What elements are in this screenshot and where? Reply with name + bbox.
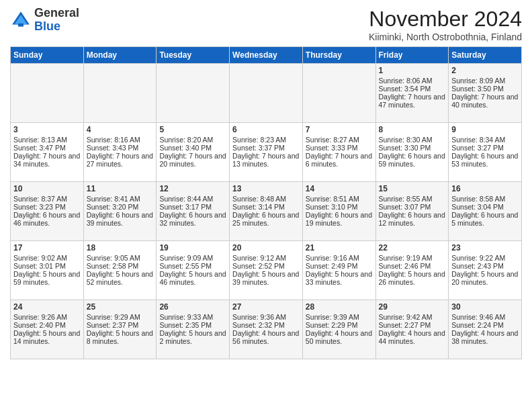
calendar-cell: 27Sunrise: 9:36 AMSunset: 2:32 PMDayligh… bbox=[230, 300, 303, 359]
sunset-text: Sunset: 3:33 PM bbox=[306, 144, 373, 152]
day-number: 24 bbox=[13, 302, 81, 312]
day-number: 4 bbox=[87, 125, 154, 134]
calendar-week-row: 1Sunrise: 8:06 AMSunset: 3:54 PMDaylight… bbox=[11, 64, 522, 123]
logo-blue: Blue bbox=[34, 19, 60, 33]
calendar-cell: 21Sunrise: 9:16 AMSunset: 2:49 PMDayligh… bbox=[302, 241, 375, 300]
sunrise-text: Sunrise: 8:55 AM bbox=[379, 195, 446, 203]
sunrise-text: Sunrise: 8:16 AM bbox=[87, 136, 154, 144]
daylight-text: Daylight: 7 hours and 6 minutes. bbox=[306, 152, 373, 168]
sunset-text: Sunset: 2:35 PM bbox=[159, 321, 226, 329]
sunrise-text: Sunrise: 8:23 AM bbox=[232, 136, 300, 144]
day-number: 12 bbox=[159, 184, 226, 193]
sunrise-text: Sunrise: 8:58 AM bbox=[451, 195, 519, 203]
calendar-cell: 4Sunrise: 8:16 AMSunset: 3:43 PMDaylight… bbox=[83, 123, 157, 182]
logo-icon bbox=[10, 9, 32, 31]
sunset-text: Sunset: 2:49 PM bbox=[306, 262, 373, 270]
day-number: 11 bbox=[87, 184, 154, 193]
calendar-week-row: 17Sunrise: 9:02 AMSunset: 3:01 PMDayligh… bbox=[11, 241, 522, 300]
daylight-text: Daylight: 7 hours and 34 minutes. bbox=[13, 152, 81, 168]
month-title: November 2024 bbox=[369, 7, 522, 32]
col-saturday: Saturday bbox=[449, 47, 522, 64]
calendar-cell: 3Sunrise: 8:13 AMSunset: 3:47 PMDaylight… bbox=[11, 123, 84, 182]
sunrise-text: Sunrise: 9:42 AM bbox=[379, 313, 446, 321]
sunset-text: Sunset: 3:23 PM bbox=[13, 203, 81, 211]
logo-general: General bbox=[34, 6, 79, 19]
sunrise-text: Sunrise: 9:26 AM bbox=[13, 313, 81, 321]
sunset-text: Sunset: 3:54 PM bbox=[379, 85, 446, 93]
sunrise-text: Sunrise: 9:36 AM bbox=[232, 313, 300, 321]
daylight-text: Daylight: 5 hours and 46 minutes. bbox=[159, 270, 226, 286]
sunset-text: Sunset: 3:17 PM bbox=[159, 203, 226, 211]
day-number: 30 bbox=[451, 302, 519, 312]
day-number: 18 bbox=[87, 243, 154, 253]
calendar-cell: 13Sunrise: 8:48 AMSunset: 3:14 PMDayligh… bbox=[230, 182, 303, 241]
calendar-cell: 6Sunrise: 8:23 AMSunset: 3:37 PMDaylight… bbox=[230, 123, 303, 182]
daylight-text: Daylight: 6 hours and 25 minutes. bbox=[232, 211, 300, 227]
calendar-table: Sunday Monday Tuesday Wednesday Thursday… bbox=[10, 46, 522, 359]
day-number: 28 bbox=[306, 302, 373, 312]
sunrise-text: Sunrise: 9:12 AM bbox=[232, 254, 300, 262]
daylight-text: Daylight: 5 hours and 8 minutes. bbox=[87, 329, 154, 345]
sunset-text: Sunset: 3:43 PM bbox=[87, 144, 154, 152]
calendar-cell: 17Sunrise: 9:02 AMSunset: 3:01 PMDayligh… bbox=[11, 241, 84, 300]
day-number: 20 bbox=[232, 243, 300, 253]
daylight-text: Daylight: 5 hours and 20 minutes. bbox=[451, 270, 519, 286]
sunset-text: Sunset: 3:27 PM bbox=[451, 144, 519, 152]
calendar-cell: 15Sunrise: 8:55 AMSunset: 3:07 PMDayligh… bbox=[375, 182, 449, 241]
sunset-text: Sunset: 3:47 PM bbox=[13, 144, 81, 152]
sunrise-text: Sunrise: 8:51 AM bbox=[306, 195, 373, 203]
col-friday: Friday bbox=[375, 47, 449, 64]
calendar-cell: 2Sunrise: 8:09 AMSunset: 3:50 PMDaylight… bbox=[449, 64, 522, 123]
calendar-cell: 28Sunrise: 9:39 AMSunset: 2:29 PMDayligh… bbox=[302, 300, 375, 359]
title-block: November 2024 Kiiminki, North Ostrobothn… bbox=[369, 7, 522, 42]
calendar-cell: 29Sunrise: 9:42 AMSunset: 2:27 PMDayligh… bbox=[375, 300, 449, 359]
daylight-text: Daylight: 7 hours and 40 minutes. bbox=[451, 93, 519, 109]
sunrise-text: Sunrise: 9:33 AM bbox=[159, 313, 226, 321]
daylight-text: Daylight: 6 hours and 5 minutes. bbox=[451, 211, 519, 227]
sunset-text: Sunset: 2:40 PM bbox=[13, 321, 81, 329]
day-number: 1 bbox=[379, 66, 446, 75]
calendar-cell: 20Sunrise: 9:12 AMSunset: 2:52 PMDayligh… bbox=[230, 241, 303, 300]
day-number: 19 bbox=[159, 243, 226, 253]
sunrise-text: Sunrise: 9:22 AM bbox=[451, 254, 519, 262]
daylight-text: Daylight: 5 hours and 26 minutes. bbox=[379, 270, 446, 286]
calendar-cell: 19Sunrise: 9:09 AMSunset: 2:55 PMDayligh… bbox=[157, 241, 230, 300]
day-number: 29 bbox=[379, 302, 446, 312]
day-number: 27 bbox=[232, 302, 300, 312]
sunset-text: Sunset: 2:58 PM bbox=[87, 262, 154, 270]
sunset-text: Sunset: 2:52 PM bbox=[232, 262, 300, 270]
sunrise-text: Sunrise: 9:39 AM bbox=[306, 313, 373, 321]
calendar-cell bbox=[11, 64, 84, 123]
sunset-text: Sunset: 3:04 PM bbox=[451, 203, 519, 211]
col-tuesday: Tuesday bbox=[157, 47, 230, 64]
calendar-cell: 23Sunrise: 9:22 AMSunset: 2:43 PMDayligh… bbox=[449, 241, 522, 300]
sunrise-text: Sunrise: 8:27 AM bbox=[306, 136, 373, 144]
calendar-cell: 10Sunrise: 8:37 AMSunset: 3:23 PMDayligh… bbox=[11, 182, 84, 241]
sunset-text: Sunset: 3:20 PM bbox=[87, 203, 154, 211]
sunrise-text: Sunrise: 8:13 AM bbox=[13, 136, 81, 144]
day-number: 16 bbox=[451, 184, 519, 193]
logo: General Blue bbox=[10, 7, 79, 34]
calendar-header-row: Sunday Monday Tuesday Wednesday Thursday… bbox=[11, 47, 522, 64]
sunrise-text: Sunrise: 9:46 AM bbox=[451, 313, 519, 321]
location-subtitle: Kiiminki, North Ostrobothnia, Finland bbox=[369, 32, 522, 42]
calendar-cell bbox=[230, 64, 303, 123]
svg-rect-2 bbox=[18, 24, 24, 27]
calendar-week-row: 3Sunrise: 8:13 AMSunset: 3:47 PMDaylight… bbox=[11, 123, 522, 182]
sunrise-text: Sunrise: 9:05 AM bbox=[87, 254, 154, 262]
daylight-text: Daylight: 6 hours and 59 minutes. bbox=[379, 152, 446, 168]
calendar-cell bbox=[302, 64, 375, 123]
daylight-text: Daylight: 7 hours and 27 minutes. bbox=[87, 152, 154, 168]
daylight-text: Daylight: 5 hours and 39 minutes. bbox=[232, 270, 300, 286]
sunrise-text: Sunrise: 9:09 AM bbox=[159, 254, 226, 262]
calendar-cell: 16Sunrise: 8:58 AMSunset: 3:04 PMDayligh… bbox=[449, 182, 522, 241]
calendar-cell: 26Sunrise: 9:33 AMSunset: 2:35 PMDayligh… bbox=[157, 300, 230, 359]
calendar-cell: 7Sunrise: 8:27 AMSunset: 3:33 PMDaylight… bbox=[302, 123, 375, 182]
sunset-text: Sunset: 3:50 PM bbox=[451, 85, 519, 93]
daylight-text: Daylight: 6 hours and 19 minutes. bbox=[306, 211, 373, 227]
sunset-text: Sunset: 2:32 PM bbox=[232, 321, 300, 329]
day-number: 6 bbox=[232, 125, 300, 134]
calendar-page: General Blue November 2024 Kiiminki, Nor… bbox=[0, 0, 532, 411]
calendar-cell: 25Sunrise: 9:29 AMSunset: 2:37 PMDayligh… bbox=[83, 300, 157, 359]
day-number: 8 bbox=[379, 125, 446, 134]
